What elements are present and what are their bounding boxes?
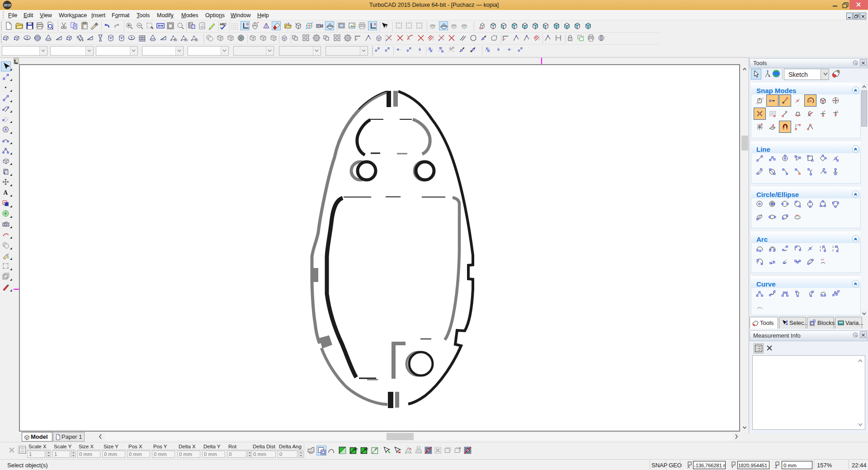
- svg-text:ABC: ABC: [220, 23, 226, 26]
- svg-text:¥: ¥: [837, 110, 838, 113]
- svg-text:¥: ¥: [824, 110, 826, 113]
- svg-text:P: P: [375, 448, 377, 451]
- svg-text:a:b: a:b: [821, 258, 824, 261]
- svg-text:WP: WP: [353, 448, 358, 451]
- svg-text:Z: Z: [775, 465, 778, 469]
- svg-text:NP: NP: [364, 448, 368, 451]
- svg-text:1: 1: [820, 245, 821, 248]
- svg-text:3D: 3D: [184, 38, 188, 42]
- svg-text:1: 1: [832, 245, 834, 248]
- svg-text:Y: Y: [762, 97, 764, 100]
- svg-text:2: 2: [832, 249, 834, 252]
- svg-text:a:b: a:b: [796, 214, 799, 216]
- svg-text:X: X: [756, 102, 758, 104]
- svg-text:3D: 3D: [194, 38, 198, 42]
- svg-text:3: 3: [820, 249, 821, 252]
- svg-text:2015: 2015: [4, 4, 11, 7]
- svg-text:A: A: [3, 189, 8, 196]
- svg-text:?: ?: [385, 23, 388, 28]
- svg-text:X: X: [687, 465, 690, 469]
- svg-text:Y: Y: [731, 465, 734, 469]
- svg-text:3D: 3D: [174, 38, 178, 42]
